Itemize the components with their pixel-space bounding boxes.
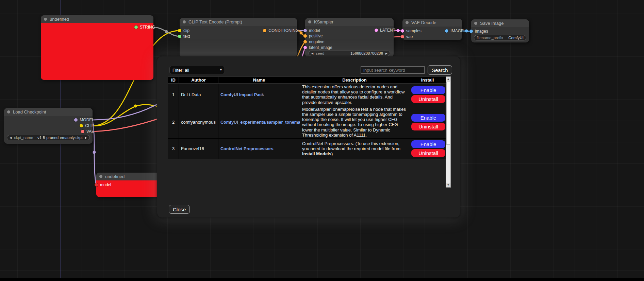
column-header: ID — [168, 77, 179, 84]
uninstall-button[interactable]: Uninstall — [411, 123, 445, 130]
node-undefined-top[interactable]: undefined STRING — [41, 15, 153, 80]
ckpt-name-widget[interactable]: ◀ ckpt_name v1-5-pruned-emaonly.ckpt ▶ — [7, 135, 90, 140]
collapse-dot-icon[interactable] — [7, 110, 10, 113]
slot-dot[interactable] — [303, 34, 307, 38]
node-body: model — [96, 180, 161, 197]
input-slot-model[interactable]: model — [303, 28, 320, 33]
collapse-dot-icon[interactable] — [99, 175, 102, 178]
extension-id: 2 — [168, 106, 179, 138]
decrement-arrow-icon[interactable]: ◀ — [10, 136, 12, 139]
decrement-arrow-icon[interactable]: ◀ — [311, 52, 313, 55]
enable-button[interactable]: Enable — [411, 86, 445, 94]
node-title-bar[interactable]: undefined — [41, 15, 153, 23]
uninstall-button[interactable]: Uninstall — [411, 95, 445, 103]
table-scrollbar[interactable]: ▲ ▼ — [446, 76, 451, 188]
collapse-dot-icon[interactable] — [308, 20, 311, 23]
output-slot-string[interactable]: STRING — [134, 25, 155, 30]
input-slot-clip[interactable]: clip — [178, 28, 189, 33]
search-input[interactable] — [361, 66, 425, 74]
extension-link[interactable]: ControlNet Preprocessors — [220, 146, 274, 151]
node-ksampler[interactable]: KSampler model positive negative latent_… — [305, 18, 394, 57]
input-slot-positive[interactable]: positive — [303, 34, 323, 38]
collapse-dot-icon[interactable] — [406, 21, 409, 24]
widget-value: v1-5-pruned-emaonly.ckpt — [37, 136, 83, 140]
filter-select[interactable]: Filter: all — [169, 66, 225, 74]
slot-dot[interactable] — [303, 29, 307, 32]
scroll-up-icon[interactable]: ▲ — [446, 77, 450, 81]
node-clip-text-encode[interactable]: CLIP Text Encode (Prompt) clip text COND… — [180, 18, 297, 57]
node-title-bar[interactable]: Save Image — [471, 19, 529, 27]
slot-dot[interactable] — [80, 124, 83, 127]
node-save-image[interactable]: Save Image images filename_prefix ComfyU… — [471, 19, 529, 42]
output-slot-image[interactable]: IMAGE — [445, 29, 464, 33]
extension-id: 1 — [168, 84, 179, 106]
node-title-bar[interactable]: CLIP Text Encode (Prompt) — [180, 18, 297, 26]
node-title: undefined — [105, 174, 125, 179]
input-slot-text[interactable]: text — [178, 34, 190, 39]
output-slot-clip[interactable]: CLIP — [80, 123, 94, 128]
input-slot-samples[interactable]: samples — [401, 29, 422, 33]
collapse-dot-icon[interactable] — [183, 20, 186, 23]
output-slot-latent[interactable]: LATENT — [375, 28, 395, 33]
collapse-dot-icon[interactable] — [44, 18, 47, 21]
slot-dot[interactable] — [401, 29, 404, 33]
search-button[interactable]: Search — [428, 65, 452, 75]
node-vae-decode[interactable]: VAE Decode samples vae IMAGE — [402, 19, 462, 40]
uninstall-button[interactable]: Uninstall — [411, 149, 445, 157]
scroll-down-icon[interactable]: ▼ — [446, 183, 450, 187]
extension-link[interactable]: ComfyUI_experiments/sampler_tonemap — [220, 120, 300, 125]
node-undefined-bottom[interactable]: undefined model — [96, 173, 161, 197]
input-slot-model[interactable]: model — [95, 182, 111, 187]
slot-dot[interactable] — [95, 183, 98, 187]
enable-button[interactable]: Enable — [411, 114, 445, 122]
link-midpoint-dot — [465, 30, 468, 33]
collapse-dot-icon[interactable] — [474, 22, 477, 25]
slot-dot[interactable] — [303, 40, 307, 43]
node-title-bar[interactable]: Load Checkpoint — [4, 108, 93, 116]
output-slot-vae[interactable]: VAE — [81, 129, 94, 134]
enable-button[interactable]: Enable — [411, 140, 445, 148]
widget-value: 156680208700286 — [350, 51, 383, 55]
increment-arrow-icon[interactable]: ▶ — [385, 52, 387, 55]
graph-canvas[interactable]: undefined STRING CLIP Text Encode (Promp… — [0, 0, 644, 281]
node-load-checkpoint[interactable]: Load Checkpoint MODEL CLIP VAE ◀ ckpt_na… — [4, 108, 93, 144]
extensions-table-body: 1Dr.Lt.DataComfyUI Impact PackThis exten… — [168, 84, 446, 159]
node-title-bar[interactable]: undefined — [96, 173, 161, 180]
extension-row: 1Dr.Lt.DataComfyUI Impact PackThis exten… — [168, 84, 446, 106]
output-slot-conditioning[interactable]: CONDITIONING — [263, 28, 299, 33]
extension-name-cell: ComfyUI Impact Pack — [218, 84, 300, 106]
close-button[interactable]: Close — [169, 205, 190, 214]
scrollbar-thumb[interactable] — [446, 82, 450, 145]
link-midpoint-dot — [93, 151, 96, 154]
node-body: samples vae IMAGE — [402, 27, 462, 40]
slot-dot[interactable] — [178, 29, 181, 32]
slot-dot[interactable] — [375, 29, 378, 32]
slot-dot[interactable] — [263, 29, 266, 32]
filename-prefix-widget[interactable]: filename_prefix ComfyUI — [474, 35, 526, 40]
node-title: undefined — [50, 17, 69, 22]
input-slot-images[interactable]: images — [469, 29, 488, 34]
seed-widget[interactable]: ◀ seed 156680208700286 ▶ — [309, 51, 390, 56]
slot-dot[interactable] — [178, 35, 181, 38]
node-body: model positive negative latent_image LAT… — [305, 26, 394, 57]
slot-dot[interactable] — [74, 118, 78, 122]
extension-description: ControlNet Preprocessors. (To use this e… — [300, 139, 409, 159]
slot-dot[interactable] — [445, 29, 448, 33]
increment-arrow-icon[interactable]: ▶ — [85, 136, 87, 139]
slot-dot[interactable] — [81, 130, 84, 133]
input-slot-vae[interactable]: vae — [401, 34, 413, 39]
extension-link[interactable]: ComfyUI Impact Pack — [220, 92, 264, 97]
input-slot-negative[interactable]: negative — [303, 39, 324, 44]
node-title-bar[interactable]: VAE Decode — [402, 19, 462, 27]
table-header-row: IDAuthorNameDescriptionInstall — [168, 77, 446, 84]
node-title-bar[interactable]: KSampler — [305, 18, 394, 26]
extensions-table: IDAuthorNameDescriptionInstall 1Dr.Lt.Da… — [168, 76, 446, 159]
node-title: KSampler — [314, 19, 333, 24]
slot-dot[interactable] — [469, 30, 473, 33]
slot-dot[interactable] — [401, 35, 404, 38]
output-slot-model[interactable]: MODEL — [74, 118, 94, 122]
slot-dot[interactable] — [134, 25, 138, 29]
link-midpoint-dot — [300, 32, 303, 35]
slot-dot[interactable] — [303, 46, 307, 49]
input-slot-latent-image[interactable]: latent_image — [303, 45, 332, 50]
